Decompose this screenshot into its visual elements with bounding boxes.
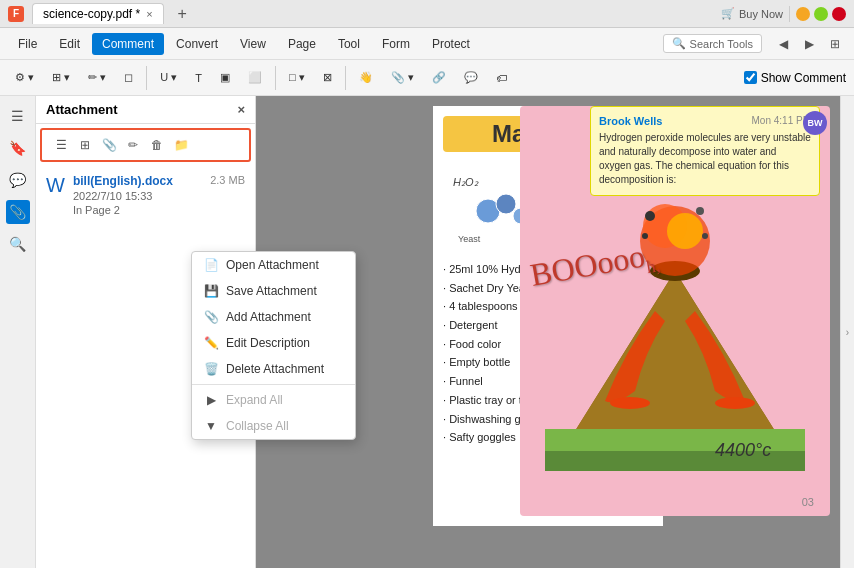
tool-attach[interactable]: 📎 ▾ xyxy=(384,67,421,88)
att-delete-btn[interactable]: 🗑 xyxy=(146,134,168,156)
file-icon: W xyxy=(46,174,65,197)
ctx-open[interactable]: 📄 Open Attachment xyxy=(192,252,355,278)
tool-measure[interactable]: ⊠ xyxy=(316,67,339,88)
add-tab-button[interactable]: + xyxy=(172,5,193,23)
ctx-add-label: Add Attachment xyxy=(226,310,311,324)
ctx-add[interactable]: 📎 Add Attachment xyxy=(192,304,355,330)
sidebar-icons: ☰ 🔖 💬 📎 🔍 xyxy=(0,96,36,568)
att-page-btn[interactable]: ⊞ xyxy=(74,134,96,156)
page-number: 03 xyxy=(802,496,814,508)
ctx-edit-label: Edit Description xyxy=(226,336,310,350)
file-page: In Page 2 xyxy=(73,204,202,216)
menu-page[interactable]: Page xyxy=(278,33,326,55)
tool-underline[interactable]: U ▾ xyxy=(153,67,184,88)
toolbar-separator-2 xyxy=(275,66,276,90)
tool-link[interactable]: 🔗 xyxy=(425,67,453,88)
att-edit-btn[interactable]: ✏ xyxy=(122,134,144,156)
add-icon: 📎 xyxy=(204,310,218,324)
tool-btn-3[interactable]: ✏ ▾ xyxy=(81,67,113,88)
open-icon: 📄 xyxy=(204,258,218,272)
att-attach-btn[interactable]: 📎 xyxy=(98,134,120,156)
toolbar: ⚙ ▾ ⊞ ▾ ✏ ▾ ◻ U ▾ T ▣ ⬜ □ ▾ ⊠ 👋 📎 ▾ 🔗 💬 … xyxy=(0,60,854,96)
tool-stamp[interactable]: 👋 xyxy=(352,67,380,88)
collapse-icon: ▼ xyxy=(204,419,218,433)
menubar: File Edit Comment Convert View Page Tool… xyxy=(0,28,854,60)
tool-callout[interactable]: ⬜ xyxy=(241,67,269,88)
svg-point-3 xyxy=(496,194,516,214)
forward-button[interactable]: ▶ xyxy=(798,33,820,55)
tool-btn-1[interactable]: ⚙ ▾ xyxy=(8,67,41,88)
menu-comment[interactable]: Comment xyxy=(92,33,164,55)
avatar: BW xyxy=(803,111,827,135)
main-layout: ☰ 🔖 💬 📎 🔍 Attachment × ☰ ⊞ 📎 ✏ 🗑 📁 W bil… xyxy=(0,96,854,568)
comment-header: Brook Wells Mon 4:11 PM xyxy=(599,115,811,127)
tool-text[interactable]: T xyxy=(188,68,209,88)
sidebar-icon-search[interactable]: 💬 xyxy=(6,168,30,192)
show-comment-label: Show Comment xyxy=(761,71,846,85)
menu-edit[interactable]: Edit xyxy=(49,33,90,55)
comment-bubble: Brook Wells Mon 4:11 PM Hydrogen peroxid… xyxy=(590,106,820,196)
svg-text:H₂O₂: H₂O₂ xyxy=(453,176,479,188)
menu-tool[interactable]: Tool xyxy=(328,33,370,55)
show-comment-section: Show Comment xyxy=(744,71,846,85)
svg-text:Yeast: Yeast xyxy=(458,234,481,244)
ctx-collapse: ▼ Collapse All xyxy=(192,413,355,439)
attachment-header: Attachment × xyxy=(36,96,255,124)
toolbar-separator-1 xyxy=(146,66,147,90)
tool-shape[interactable]: □ ▾ xyxy=(282,67,312,88)
file-item[interactable]: W bill(English).docx 2022/7/10 15:33 In … xyxy=(36,166,255,224)
ctx-edit[interactable]: ✏️ Edit Description xyxy=(192,330,355,356)
att-folder-btn[interactable]: 📁 xyxy=(170,134,192,156)
ctx-save[interactable]: 💾 Save Attachment xyxy=(192,278,355,304)
ctx-expand-label: Expand All xyxy=(226,393,283,407)
menu-form[interactable]: Form xyxy=(372,33,420,55)
sidebar-icon-panel[interactable]: ☰ xyxy=(6,104,30,128)
ctx-expand: ▶ Expand All xyxy=(192,387,355,413)
save-icon: 💾 xyxy=(204,284,218,298)
ctx-delete[interactable]: 🗑️ Delete Attachment xyxy=(192,356,355,382)
ctx-collapse-label: Collapse All xyxy=(226,419,289,433)
menu-file[interactable]: File xyxy=(8,33,47,55)
titlebar: F science-copy.pdf * × + 🛒 Buy Now xyxy=(0,0,854,28)
edit-icon: ✏️ xyxy=(204,336,218,350)
sidebar-icon-bookmark[interactable]: 🔖 xyxy=(6,136,30,160)
tool-comment[interactable]: 💬 xyxy=(457,67,485,88)
collapse-arrow: › xyxy=(846,327,849,338)
sidebar-icon-attachment[interactable]: 📎 xyxy=(6,200,30,224)
att-list-btn[interactable]: ☰ xyxy=(50,134,72,156)
file-name: bill(English).docx xyxy=(73,174,202,188)
menu-view[interactable]: View xyxy=(230,33,276,55)
maximize-button[interactable] xyxy=(814,7,828,21)
svg-point-17 xyxy=(610,397,650,409)
tool-btn-2[interactable]: ⊞ ▾ xyxy=(45,67,77,88)
close-button[interactable] xyxy=(832,7,846,21)
attachment-title: Attachment xyxy=(46,102,118,117)
svg-point-23 xyxy=(645,211,655,221)
comment-author: Brook Wells xyxy=(599,115,662,127)
delete-icon: 🗑️ xyxy=(204,362,218,376)
sidebar-icon-find[interactable]: 🔍 xyxy=(6,232,30,256)
buy-now-button[interactable]: 🛒 Buy Now xyxy=(721,7,783,20)
file-tab[interactable]: science-copy.pdf * × xyxy=(32,3,164,24)
tool-btn-4[interactable]: ◻ xyxy=(117,67,140,88)
menu-protect[interactable]: Protect xyxy=(422,33,480,55)
external-button[interactable]: ⊞ xyxy=(824,33,846,55)
tab-close[interactable]: × xyxy=(146,8,152,20)
search-tools-label: Search Tools xyxy=(690,38,753,50)
file-info: bill(English).docx 2022/7/10 15:33 In Pa… xyxy=(73,174,202,216)
search-icon: 🔍 xyxy=(672,37,686,50)
menu-convert[interactable]: Convert xyxy=(166,33,228,55)
ctx-save-label: Save Attachment xyxy=(226,284,317,298)
minimize-button[interactable] xyxy=(796,7,810,21)
tab-filename: science-copy.pdf * xyxy=(43,7,140,21)
toolbar-separator-3 xyxy=(345,66,346,90)
ctx-separator xyxy=(192,384,355,385)
attachment-close[interactable]: × xyxy=(237,102,245,117)
show-comment-checkbox[interactable] xyxy=(744,71,757,84)
tool-text-box[interactable]: ▣ xyxy=(213,67,237,88)
right-collapse-handle[interactable]: › xyxy=(840,96,854,568)
search-tools[interactable]: 🔍 Search Tools xyxy=(663,34,762,53)
tool-tag[interactable]: 🏷 xyxy=(489,68,514,88)
back-button[interactable]: ◀ xyxy=(772,33,794,55)
attachment-toolbar: ☰ ⊞ 📎 ✏ 🗑 📁 xyxy=(40,128,251,162)
